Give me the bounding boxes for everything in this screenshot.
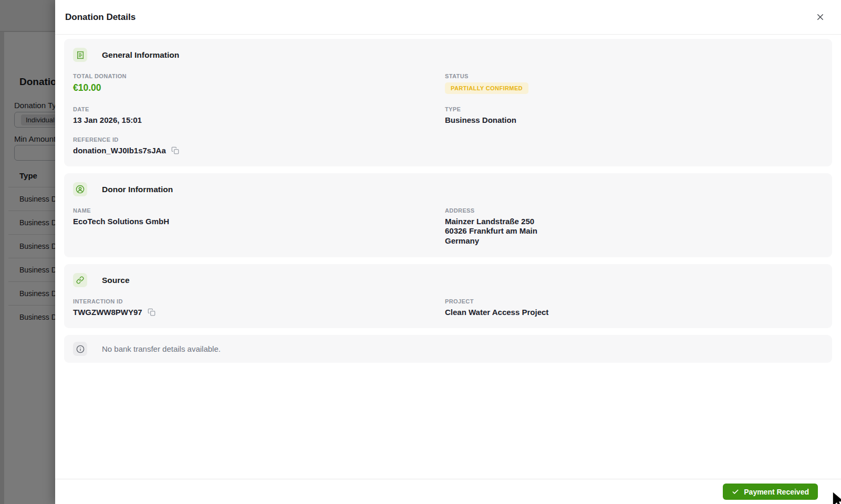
check-icon xyxy=(732,488,739,496)
receipt-icon xyxy=(73,48,87,62)
copy-reference-id-button[interactable] xyxy=(171,146,179,154)
date-value: 13 Jan 2026, 15:01 xyxy=(73,116,445,124)
total-donation-value: €10.00 xyxy=(73,82,445,93)
section-title: Donor Information xyxy=(102,185,173,194)
field-label: INTERACTION ID xyxy=(73,298,445,304)
status-field: STATUS PARTIALLY CONFIRMED xyxy=(445,73,823,94)
donor-name-field: NAME EcoTech Solutions GmbH xyxy=(73,207,445,246)
interaction-id-value: TWGZWW8PWY97 xyxy=(73,308,142,317)
reference-id-field: REFERENCE ID donation_WJ0Ib1s7sJAa xyxy=(73,136,445,155)
bank-transfer-section: No bank transfer details available. xyxy=(64,335,832,363)
donation-details-modal: Donation Details General Information TOT… xyxy=(55,0,841,504)
field-label: STATUS xyxy=(445,73,823,79)
type-value: Business Donation xyxy=(445,116,823,124)
donor-address-field: ADDRESS Mainzer Landstraße 250 60326 Fra… xyxy=(445,207,823,246)
date-field: DATE 13 Jan 2026, 15:01 xyxy=(73,106,445,124)
donor-information-section: Donor Information NAME EcoTech Solutions… xyxy=(64,173,832,257)
copy-icon xyxy=(148,308,155,316)
reference-id-value: donation_WJ0Ib1s7sJAa xyxy=(73,146,166,155)
section-title: Source xyxy=(102,276,130,285)
donor-name-value: EcoTech Solutions GmbH xyxy=(73,217,445,226)
modal-header: Donation Details xyxy=(55,0,841,35)
payment-received-button[interactable]: Payment Received xyxy=(723,484,818,500)
close-button[interactable] xyxy=(813,10,827,25)
user-circle-icon xyxy=(73,182,87,196)
field-label: DATE xyxy=(73,106,445,112)
payment-received-label: Payment Received xyxy=(744,488,809,496)
info-icon xyxy=(73,342,87,356)
general-information-section: General Information TOTAL DONATION €10.0… xyxy=(64,39,832,166)
source-section: Source INTERACTION ID TWGZWW8PWY97 xyxy=(64,264,832,328)
source-header: Source xyxy=(73,273,823,287)
copy-interaction-id-button[interactable] xyxy=(148,308,155,316)
field-label: TYPE xyxy=(445,106,823,112)
status-badge: PARTIALLY CONFIRMED xyxy=(445,82,528,94)
donor-information-header: Donor Information xyxy=(73,182,823,196)
project-field: PROJECT Clean Water Access Project xyxy=(445,298,823,317)
modal-footer: Payment Received xyxy=(55,479,841,504)
copy-icon xyxy=(171,146,179,154)
field-label: ADDRESS xyxy=(445,207,823,214)
link-icon xyxy=(73,273,87,287)
field-label: NAME xyxy=(73,207,445,214)
field-label: REFERENCE ID xyxy=(73,136,445,143)
general-information-header: General Information xyxy=(73,48,823,62)
field-label: TOTAL DONATION xyxy=(73,73,445,79)
total-donation-field: TOTAL DONATION €10.00 xyxy=(73,73,445,94)
interaction-id-field: INTERACTION ID TWGZWW8PWY97 xyxy=(73,298,445,317)
section-title: General Information xyxy=(102,50,179,60)
modal-title: Donation Details xyxy=(65,12,136,23)
project-value: Clean Water Access Project xyxy=(445,308,823,317)
field-label: PROJECT xyxy=(445,298,823,304)
modal-body: General Information TOTAL DONATION €10.0… xyxy=(55,35,841,479)
bank-transfer-message: No bank transfer details available. xyxy=(102,344,221,353)
close-icon xyxy=(815,12,825,22)
donor-address-value: Mainzer Landstraße 250 60326 Frankfurt a… xyxy=(445,217,823,246)
type-field: TYPE Business Donation xyxy=(445,106,823,124)
